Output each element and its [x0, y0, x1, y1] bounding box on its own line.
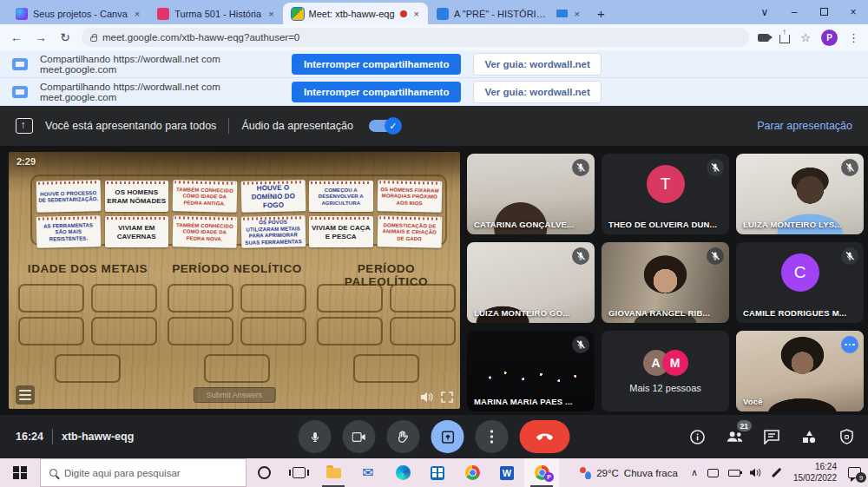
draggable-card[interactable]: OS HOMENS ERAM NÔMADES [105, 181, 169, 212]
draggable-card[interactable]: TAMBÉM CONHECIDO COMO IDADE DA PEDRA NOV… [173, 215, 237, 248]
chrome-button[interactable] [455, 458, 490, 487]
hidden-icons-chevron[interactable]: ∧ [691, 467, 698, 478]
draggable-card[interactable]: OS POVOS UTILIZARAM METAIS PARA APRIMORA… [240, 215, 305, 248]
participant-tile-8[interactable]: AMMais 12 pessoas [602, 331, 729, 411]
drop-slot[interactable] [353, 354, 419, 383]
drop-slot[interactable] [168, 284, 233, 313]
camera-permission-icon[interactable] [758, 34, 769, 42]
back-button[interactable]: ← [9, 30, 24, 44]
draggable-card[interactable]: OS HOMENS FIXARAM MORADIAS PRÓXIMO AOS R… [377, 180, 441, 213]
maximize-button[interactable] [809, 0, 838, 24]
drop-slot[interactable] [18, 317, 84, 346]
drop-slot[interactable] [390, 317, 456, 346]
stop-sharing-button[interactable]: Interromper compartilhamento [292, 82, 461, 102]
drop-slot[interactable] [390, 284, 456, 313]
weather-widget[interactable]: 29°C Chuva fraca [575, 467, 681, 479]
drop-slot[interactable] [91, 284, 157, 313]
mail-button[interactable]: ✉ [351, 458, 385, 487]
fullscreen-icon[interactable] [441, 392, 453, 403]
file-explorer-button[interactable] [316, 458, 351, 487]
participant-tile-6[interactable]: CCAMILE RODRIGUES M... [736, 242, 864, 323]
draggable-card[interactable]: TAMBÉM CONHECIDO COMO IDADE DA PEDRA ANT… [173, 180, 237, 213]
raise-hand-button[interactable] [387, 420, 420, 453]
draggable-card[interactable]: HOUVE O DOMÍNIO DO FOGO [240, 180, 305, 213]
bookmark-star-icon[interactable]: ☆ [800, 31, 811, 44]
drop-slot[interactable] [317, 284, 383, 313]
draggable-card[interactable]: VIVIAM EM CAVERNAS [105, 216, 169, 247]
battery-icon[interactable] [728, 470, 740, 477]
participant-tile-7[interactable]: MARINA MARIA PAES ... [467, 331, 595, 411]
tab-3[interactable]: Meet: xtb-haww-eqg× [283, 3, 428, 24]
mic-button[interactable] [299, 420, 332, 453]
volume-icon[interactable] [750, 465, 761, 481]
minimize-button[interactable]: – [779, 0, 809, 24]
forward-button[interactable]: → [33, 30, 49, 44]
drop-slot[interactable] [18, 284, 84, 313]
sound-icon[interactable] [420, 392, 433, 403]
present-button[interactable] [431, 420, 464, 453]
more-options-button[interactable] [476, 420, 509, 453]
tab-1[interactable]: Seus projetos - Canva× [7, 3, 148, 24]
tab-search-icon[interactable]: ∨ [750, 0, 779, 24]
stop-sharing-button[interactable]: Interromper compartilhamento [292, 54, 461, 75]
store-button[interactable] [420, 458, 455, 487]
draggable-card[interactable]: VIVIAM DE CAÇA E PESCA [309, 216, 373, 247]
chrome-profile-button[interactable]: P [524, 458, 559, 487]
chat-panel-icon[interactable] [762, 427, 781, 446]
drop-slot[interactable] [91, 317, 157, 346]
start-button[interactable] [0, 458, 40, 487]
presentation-audio-toggle[interactable]: ✓ [369, 120, 400, 132]
drop-slot[interactable] [204, 354, 270, 383]
tab-close-icon[interactable]: × [266, 9, 275, 19]
new-tab-button[interactable]: + [589, 6, 614, 24]
participant-tile-1[interactable]: CATARINA GONÇALVE... [467, 154, 595, 234]
tab-close-icon[interactable]: × [133, 9, 141, 19]
participant-tile-3[interactable]: LUIZA MONTEIRO LYS... [736, 154, 864, 234]
submit-answers-button[interactable]: Submit Answers [194, 387, 276, 403]
pen-workspace-icon[interactable] [772, 468, 781, 477]
cortana-button[interactable] [247, 458, 281, 487]
meeting-details-icon[interactable] [687, 427, 707, 446]
participant-tile-2[interactable]: TTHEO DE OLIVEIRA DUN... [602, 154, 729, 234]
display-tray-icon[interactable] [707, 469, 719, 477]
drop-slot[interactable] [240, 284, 306, 313]
end-call-button[interactable] [520, 420, 570, 453]
host-controls-icon[interactable] [837, 427, 856, 446]
drop-slot[interactable] [240, 317, 306, 346]
view-tab-button[interactable]: Ver guia: wordwall.net [473, 81, 601, 103]
share-icon[interactable] [779, 35, 790, 43]
profile-avatar[interactable]: P [821, 30, 838, 46]
action-center-icon[interactable]: 9 [848, 467, 861, 478]
tile-options-icon[interactable] [841, 336, 858, 353]
taskbar-clock[interactable]: 16:24 15/02/2022 [792, 462, 838, 484]
draggable-card[interactable]: AS FERRAMENTAS SÃO MAIS RESISTENTES. [36, 215, 101, 248]
tab-2[interactable]: Turma 501 - História× [148, 3, 282, 24]
close-window-button[interactable]: × [838, 0, 868, 24]
draggable-card[interactable]: COMEÇOU A DESENVOLVER A AGRICULTURA [309, 181, 373, 212]
task-view-button[interactable] [281, 458, 316, 487]
camera-button[interactable] [343, 420, 376, 453]
tab-close-icon[interactable]: × [412, 9, 421, 19]
activities-icon[interactable] [799, 427, 819, 446]
drop-slot[interactable] [168, 317, 233, 346]
people-panel-icon[interactable]: 21 [725, 427, 744, 446]
participant-tile-4[interactable]: LUIZA MONTEIRO GO... [467, 242, 595, 323]
stop-presentation-link[interactable]: Parar apresentação [757, 120, 852, 132]
browser-menu-icon[interactable]: ⋮ [848, 31, 859, 44]
drop-slot[interactable] [55, 354, 121, 383]
view-tab-button[interactable]: Ver guia: wordwall.net [473, 53, 601, 76]
drop-slot[interactable] [317, 317, 383, 346]
address-bar[interactable]: meet.google.com/xtb-haww-eqg?authuser=0 [82, 28, 749, 47]
tab-4[interactable]: A "PRÉ" - HISTÓRIA / 5°ANO× [428, 3, 589, 24]
word-button[interactable]: W [490, 458, 524, 487]
taskbar-search-input[interactable]: Digite aqui para pesquisar [40, 458, 247, 487]
reload-button[interactable]: ↻ [57, 30, 73, 44]
game-menu-icon[interactable] [16, 385, 35, 405]
draggable-card[interactable]: HOUVE O PROCESSO DE SEDENTARIZAÇÃO. [36, 180, 101, 213]
edge-button[interactable] [385, 458, 420, 487]
participant-tile-5[interactable]: GIOVANA RANGEL RIB... [602, 242, 729, 323]
draggable-card[interactable]: DOMESTICAÇÃO DE ANIMAIS E CRIAÇÃO DE GAD… [377, 215, 441, 248]
participant-tile-9[interactable]: Você [736, 331, 864, 411]
shared-screen-wordwall-game[interactable]: 2:29 HOUVE O PROCESSO DE SEDENTARIZAÇÃO.… [9, 152, 460, 409]
tab-close-icon[interactable]: × [573, 9, 582, 19]
